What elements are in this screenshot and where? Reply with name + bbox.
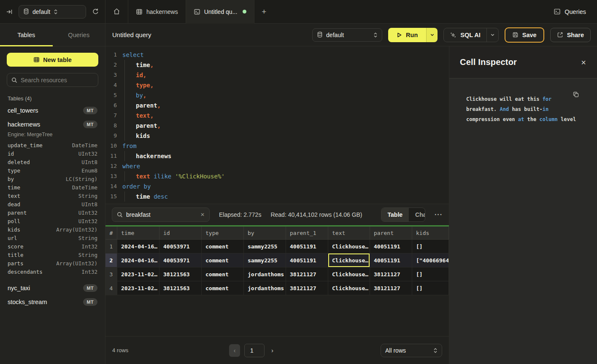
table-cell[interactable]: Clickhouse… — [328, 281, 370, 295]
table-cell[interactable]: 2023-11-02… — [117, 267, 159, 281]
view-toggle-chart[interactable]: Chart — [409, 208, 425, 221]
save-button[interactable]: Save — [505, 27, 544, 43]
collapse-sidebar-icon[interactable] — [6, 8, 13, 15]
sql-ai-button[interactable]: SQL AI — [443, 28, 499, 42]
topbar-spacer — [273, 0, 554, 23]
sidebar-tab-queries[interactable]: Queries — [53, 24, 105, 46]
table-cell[interactable]: jordanthoms — [244, 267, 286, 281]
table-cell[interactable]: [] — [412, 267, 449, 281]
table-cell[interactable]: 38121563 — [159, 281, 202, 295]
editor-code: order by — [122, 181, 449, 191]
tab-untitled-query[interactable]: Untitled qu... — [186, 0, 255, 24]
table-cell[interactable]: comment — [202, 253, 244, 267]
table-cell[interactable]: sammy2255 — [244, 240, 286, 253]
table-cell[interactable]: comment — [202, 281, 244, 295]
table-cell[interactable]: Clickhouse… — [328, 253, 370, 267]
sidebar-table-item-cell_towers[interactable]: cell_towersMT — [7, 103, 98, 117]
sidebar-table-item-hackernews[interactable]: hackernewsMT — [7, 117, 98, 131]
page-size-selector[interactable]: All rows — [381, 344, 442, 357]
table-column-row: urlString — [7, 234, 98, 242]
refresh-icon[interactable] — [92, 8, 99, 15]
new-tab-button[interactable]: + — [254, 0, 273, 23]
table-column-row: byLC(String) — [7, 175, 98, 183]
sidebar-table-item-nyc_taxi[interactable]: nyc_taxiMT — [7, 281, 98, 295]
table-cell[interactable]: 2024-04-16… — [117, 253, 159, 267]
table-cell[interactable]: 40053971 — [159, 240, 202, 253]
table-cell[interactable]: 38121127 — [286, 281, 328, 295]
table-cell[interactable]: [] — [412, 281, 449, 295]
query-header: Untitled query default — [105, 24, 597, 46]
search-resources-input[interactable] — [21, 77, 94, 84]
tab-hackernews[interactable]: hackernews — [128, 0, 186, 23]
editor-line: 6parent, — [105, 100, 449, 111]
row-number[interactable]: 3 — [105, 267, 117, 281]
table-cell[interactable]: 40051191 — [286, 253, 328, 267]
copy-icon[interactable] — [573, 91, 579, 98]
column-header-by[interactable]: by — [244, 226, 286, 240]
run-options-chevron[interactable] — [426, 28, 438, 42]
table-cell[interactable]: [] — [412, 240, 449, 253]
table-cell[interactable]: 40051191 — [286, 240, 328, 253]
row-number[interactable]: 2 — [105, 253, 117, 267]
column-header-num[interactable]: # — [105, 226, 117, 240]
column-type: UInt32 — [78, 218, 97, 224]
editor-code: parent, — [122, 121, 449, 131]
row-number[interactable]: 4 — [105, 281, 117, 295]
table-cell[interactable]: 38121127 — [370, 281, 412, 295]
column-header-parent_1[interactable]: parent_1 — [286, 226, 328, 240]
app-window: default hackernews — [0, 0, 597, 364]
more-options-icon[interactable]: ··· — [435, 211, 443, 218]
sidebar-table-item-stocks_stream[interactable]: stocks_streamMT — [7, 295, 98, 309]
row-number[interactable]: 1 — [105, 240, 117, 253]
column-header-time[interactable]: time — [117, 226, 159, 240]
column-header-parent[interactable]: parent — [370, 226, 412, 240]
table-cell[interactable]: 38121127 — [286, 267, 328, 281]
sidebar-tab-tables[interactable]: Tables — [0, 24, 53, 46]
line-number: 9 — [105, 131, 122, 141]
page-number[interactable]: 1 — [244, 344, 265, 357]
editor-code: text, — [122, 111, 449, 121]
sql-ai-chevron[interactable] — [486, 28, 498, 42]
table-cell[interactable]: 38121127 — [370, 267, 412, 281]
prev-page-button[interactable]: ‹ — [229, 344, 240, 357]
table-cell[interactable]: 2023-11-02… — [117, 281, 159, 295]
table-cell[interactable]: ["40066964… — [412, 253, 449, 267]
table-cell[interactable]: 40051191 — [370, 253, 412, 267]
results-search-box[interactable]: ✕ — [112, 208, 210, 222]
column-header-id[interactable]: id — [159, 226, 202, 240]
table-cell[interactable]: 38121563 — [159, 267, 202, 281]
tab-home[interactable] — [105, 0, 128, 23]
table-cell[interactable]: 40051191 — [370, 240, 412, 253]
view-toggle-table[interactable]: Table — [381, 208, 409, 221]
queries-button[interactable]: Queries — [554, 8, 586, 15]
code-token: parent — [136, 122, 157, 129]
query-database-selector[interactable]: default — [312, 28, 382, 42]
search-resources-box[interactable] — [7, 73, 98, 87]
new-table-button[interactable]: New table — [7, 53, 98, 67]
table-cell[interactable]: 40053971 — [159, 253, 202, 267]
share-button[interactable]: Share — [550, 28, 591, 42]
column-header-text[interactable]: text — [328, 226, 370, 240]
close-icon[interactable]: × — [581, 58, 586, 67]
table-cell[interactable]: sammy2255 — [244, 253, 286, 267]
results-search-input[interactable] — [126, 211, 197, 218]
table-cell[interactable]: comment — [202, 240, 244, 253]
column-header-kids[interactable]: kids — [412, 226, 449, 240]
inspector-token: Clickhouse will eat this — [466, 96, 543, 102]
table-cell[interactable]: Clickhouse… — [328, 267, 370, 281]
column-header-type[interactable]: type — [202, 226, 244, 240]
sql-editor[interactable]: 1select2time,3id,4type,5by,6parent,7text… — [105, 46, 449, 204]
search-icon — [11, 77, 17, 83]
table-cell[interactable]: comment — [202, 267, 244, 281]
table-column-row: typeEnum8 — [7, 166, 98, 175]
clear-search-icon[interactable]: ✕ — [200, 212, 205, 218]
code-token: text — [136, 173, 150, 180]
new-table-grid-icon — [33, 57, 40, 63]
table-cell[interactable]: jordanthoms — [244, 281, 286, 295]
table-cell[interactable]: Clickhouse… — [328, 240, 370, 253]
run-button[interactable]: Run — [388, 28, 438, 42]
column-type: String — [78, 193, 97, 199]
next-page-button[interactable]: › — [269, 347, 276, 354]
database-selector[interactable]: default — [19, 5, 86, 19]
table-cell[interactable]: 2024-04-16… — [117, 240, 159, 253]
